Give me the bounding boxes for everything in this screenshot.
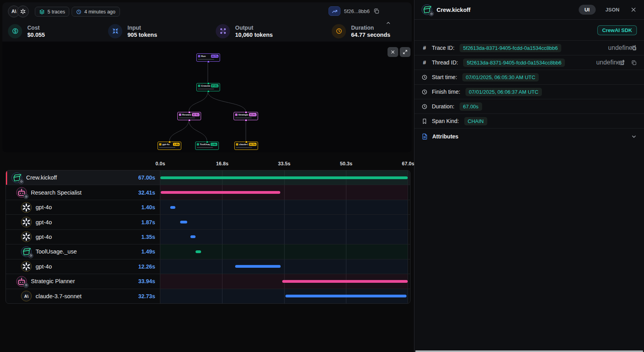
copy-icon[interactable] xyxy=(631,60,637,66)
metric-cost: Cost $0.055 xyxy=(8,21,45,42)
node-handle xyxy=(207,61,209,62)
attributes-label: Attributes xyxy=(432,133,631,140)
detail-value-chip[interactable]: CHAIN xyxy=(464,117,487,125)
detail-value-chip[interactable]: 07/01/2025, 06:06:37 AM UTC xyxy=(465,88,542,96)
span-name: Strategic Planner xyxy=(31,278,75,284)
span-name-cell: gpt-4o1.35s xyxy=(6,230,160,244)
waterfall-row-gpt-4o[interactable]: gpt-4o1.40s xyxy=(6,200,410,215)
waterfall-row-toolusage-use[interactable]: ToolUsage._use1.49s xyxy=(6,244,410,259)
execution-graph-canvas[interactable]: Run64.77s Crew.kickoff67.00s Research Sp… xyxy=(2,42,412,152)
close-graph-button[interactable] xyxy=(388,47,398,57)
trace-summary-card: A\ 5 traces 4 minutes ago 5f26...8bb6 Co xyxy=(2,2,412,152)
span-detail-panel: Crew.kickoff UI JSON CrewAI SDK #Trace I… xyxy=(414,0,644,352)
clock-icon xyxy=(422,74,427,80)
graph-node-strategic-planner[interactable]: Strategic Planner33.94s xyxy=(234,112,258,120)
node-handle xyxy=(206,141,208,143)
copy-trace-id-icon[interactable] xyxy=(373,8,380,14)
graph-node-run[interactable]: Run64.77s xyxy=(196,53,220,62)
waterfall-row-claude-3-7-sonnet[interactable]: A\claude-3.7-sonnet32.73s xyxy=(6,289,410,303)
graph-node-crew-kickoff[interactable]: Crew.kickoff67.00s xyxy=(196,83,220,91)
tab-json[interactable]: JSON xyxy=(606,7,619,13)
span-duration: 32.73s xyxy=(138,293,155,299)
gridline xyxy=(408,200,408,214)
detail-value-chip[interactable]: 5f2613da-8371-9405-fcdd-0a1534cc8bb6 xyxy=(460,44,561,52)
span-name: gpt-4o xyxy=(36,219,52,225)
span-timeline xyxy=(160,244,408,259)
trace-id-chip: 5f26...8bb6 xyxy=(329,6,380,16)
metric-input-label: Input xyxy=(127,24,157,31)
span-bar[interactable] xyxy=(170,206,175,209)
detail-row-start-time-: Start time:07/01/2025, 06:05:30 AM UTC xyxy=(414,70,644,85)
trace-chart-button[interactable] xyxy=(329,6,340,16)
waterfall-row-gpt-4o[interactable]: gpt-4o1.87s xyxy=(6,215,410,229)
provider-avatars: A\ xyxy=(8,6,29,17)
detail-value-chip[interactable]: 07/01/2025, 06:05:30 AM UTC xyxy=(462,73,539,81)
graph-node-claude-3-7-sonnet[interactable]: claude-3.7-sonnet32.73s xyxy=(234,142,258,150)
panel-scrollbar[interactable] xyxy=(415,350,643,352)
waterfall-row-gpt-4o[interactable]: gpt-4o1.35s xyxy=(6,230,410,244)
tool-node-icon xyxy=(197,143,199,146)
crewai-sdk-badge[interactable]: CrewAI SDK xyxy=(597,25,637,35)
openai-span-icon xyxy=(21,231,32,242)
span-bar[interactable] xyxy=(235,265,280,268)
external-link-icon[interactable] xyxy=(619,60,625,66)
graph-node-toolusage[interactable]: ToolUsage._use1.49s xyxy=(195,142,219,150)
span-name: ToolUsage._use xyxy=(36,248,77,255)
crew-span-icon xyxy=(21,246,32,257)
expand-graph-button[interactable] xyxy=(400,47,410,57)
agentops-badge-icon xyxy=(23,194,28,199)
traces-count-label: 5 traces xyxy=(47,9,65,15)
span-bar[interactable] xyxy=(285,295,406,297)
graph-node-gpt-4o[interactable]: gpt-4o1.40s xyxy=(158,142,181,150)
node-handle xyxy=(245,141,247,143)
span-bar[interactable] xyxy=(161,191,280,194)
duration-badge: 33.94s xyxy=(249,113,256,116)
node-meta-text xyxy=(236,147,252,148)
axis-tick: 67.0s xyxy=(402,161,414,167)
detail-label: Span Kind: xyxy=(432,118,459,124)
copy-icon[interactable] xyxy=(631,45,637,51)
duration-badge: 1.40s xyxy=(173,143,180,146)
trend-icon xyxy=(332,8,338,14)
waterfall-row-crew-kickoff[interactable]: Crew.kickoff67.00s xyxy=(6,170,410,185)
span-duration: 67.00s xyxy=(138,174,155,181)
traces-count-badge[interactable]: 5 traces xyxy=(35,7,69,17)
waterfall-row-strategic-planner[interactable]: Strategic Planner33.94s xyxy=(6,274,410,289)
agent-span-icon xyxy=(16,187,27,198)
graph-node-research-specialist[interactable]: Research Speciali...32.41s xyxy=(177,112,201,120)
span-bar[interactable] xyxy=(180,221,187,223)
span-name-cell: A\claude-3.7-sonnet32.73s xyxy=(6,289,160,303)
metric-output: Output 10,060 tokens xyxy=(216,21,273,42)
duration-badge: 64.77s xyxy=(211,55,218,58)
span-bar[interactable] xyxy=(190,235,196,238)
detail-value-chip[interactable]: 5f2613da-8371-9405-fcdd-0a1534cc8bb6 xyxy=(463,59,565,67)
detail-label: Trace ID: xyxy=(432,45,454,51)
span-timeline xyxy=(160,274,408,288)
row-actions: undefined xyxy=(619,45,637,51)
span-duration: 1.35s xyxy=(141,234,155,240)
tab-ui[interactable]: UI xyxy=(579,5,596,15)
metric-output-value: 10,060 tokens xyxy=(235,32,273,38)
duration-badge: 1.49s xyxy=(211,143,217,146)
filter-icon[interactable]: undefined xyxy=(619,45,625,51)
close-panel-icon[interactable] xyxy=(630,6,637,13)
detail-value-chip[interactable]: 67.00s xyxy=(460,102,482,111)
waterfall-row-gpt-4o[interactable]: gpt-4o12.26s xyxy=(6,259,410,274)
span-bar[interactable] xyxy=(160,176,408,179)
row-actions: undefined xyxy=(607,60,637,66)
time-ago-badge[interactable]: 4 minutes ago xyxy=(72,7,120,17)
gridline xyxy=(408,215,408,229)
filter-icon[interactable]: undefined xyxy=(607,60,613,66)
attributes-section-toggle[interactable]: Attributes xyxy=(414,129,644,144)
span-bar[interactable] xyxy=(282,280,408,283)
span-duration: 1.87s xyxy=(141,219,155,225)
span-bar[interactable] xyxy=(196,250,201,253)
span-duration: 1.40s xyxy=(141,204,155,210)
span-name-cell: Research Specialist32.41s xyxy=(6,185,160,199)
waterfall-row-research-specialist[interactable]: Research Specialist32.41s xyxy=(6,185,410,200)
gridline xyxy=(408,259,408,274)
hash-icon: # xyxy=(422,45,427,51)
time-ago-label: 4 minutes ago xyxy=(84,9,116,15)
agentops-badge-icon xyxy=(23,283,28,288)
node-handle xyxy=(188,119,190,121)
